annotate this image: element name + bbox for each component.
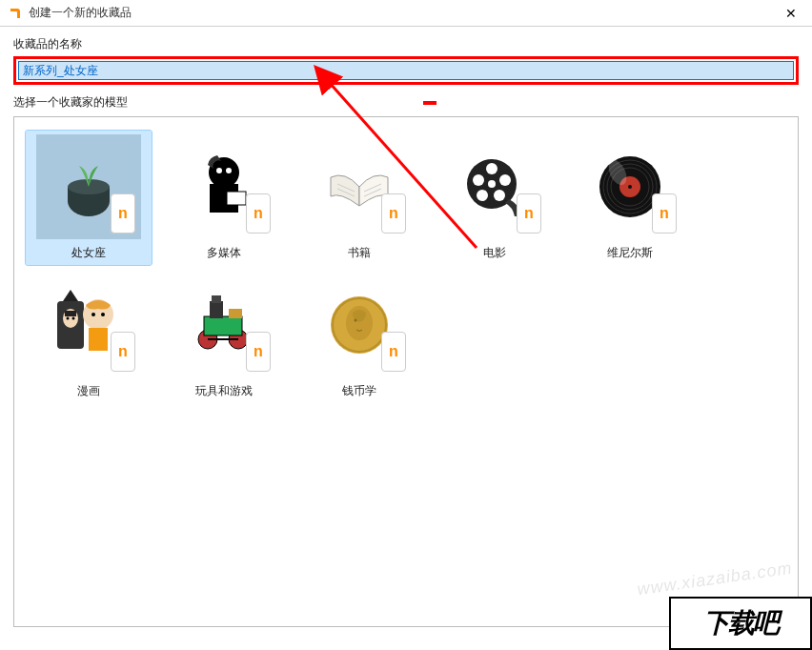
svg-point-6 <box>226 168 232 173</box>
phone-badge-icon: n <box>381 332 406 372</box>
name-input-highlight <box>13 56 799 85</box>
titlebar: 创建一个新的收藏品 ✕ <box>0 0 812 27</box>
model-grid-container: n 处女座 n 多媒体 <box>13 116 799 627</box>
model-item-plant[interactable]: n 处女座 <box>26 131 152 265</box>
svg-point-13 <box>486 163 497 174</box>
svg-rect-38 <box>210 301 223 318</box>
phone-badge-icon: n <box>111 332 135 372</box>
phone-badge-icon: n <box>652 193 677 234</box>
site-logo-text: 下载吧 <box>703 605 778 641</box>
model-thumb: n <box>172 134 276 239</box>
site-logo: 下载吧 <box>669 597 812 650</box>
model-item-book[interactable]: n 书籍 <box>296 131 422 265</box>
model-thumb: n <box>578 134 682 239</box>
model-thumb: n <box>36 134 141 239</box>
model-thumb: n <box>36 273 141 377</box>
svg-point-33 <box>101 313 105 316</box>
svg-point-29 <box>67 317 70 320</box>
phone-badge-icon: n <box>246 193 271 234</box>
svg-point-16 <box>477 190 488 201</box>
model-item-vinyl[interactable]: n 维尼尔斯 <box>567 131 693 265</box>
phone-badge-icon: n <box>246 332 271 372</box>
app-icon <box>8 6 23 21</box>
model-label-text: 书籍 <box>348 245 371 261</box>
svg-point-24 <box>628 185 632 189</box>
model-label-text: 漫画 <box>77 383 100 399</box>
model-label: 选择一个收藏家的模型 <box>13 94 128 111</box>
model-item-comic[interactable]: n 漫画 <box>26 269 152 403</box>
model-label-text: 电影 <box>483 245 506 261</box>
phone-badge-icon: n <box>517 193 541 234</box>
model-item-media[interactable]: n 多媒体 <box>161 131 287 265</box>
model-thumb: n <box>172 273 276 377</box>
model-label-text: 多媒体 <box>207 245 241 261</box>
close-button[interactable]: ✕ <box>769 0 812 27</box>
svg-rect-39 <box>212 295 221 303</box>
model-label-text: 处女座 <box>71 245 106 261</box>
model-item-film[interactable]: n 电影 <box>432 131 558 265</box>
svg-rect-7 <box>227 192 246 205</box>
svg-rect-37 <box>204 316 242 335</box>
model-label-text: 钱币学 <box>342 383 376 399</box>
model-thumb: n <box>442 134 547 239</box>
svg-point-15 <box>494 190 505 201</box>
phone-badge-icon: n <box>111 193 135 234</box>
svg-point-17 <box>473 174 484 186</box>
model-grid: n 处女座 n 多媒体 <box>26 131 786 403</box>
svg-rect-40 <box>229 309 242 318</box>
svg-point-14 <box>499 174 511 186</box>
name-label: 收藏品的名称 <box>13 36 799 52</box>
model-label-text: 维尼尔斯 <box>607 245 653 261</box>
svg-rect-28 <box>65 311 76 316</box>
collection-name-input[interactable] <box>18 61 794 80</box>
svg-rect-34 <box>89 328 108 351</box>
svg-point-45 <box>355 319 357 322</box>
svg-point-18 <box>488 180 496 188</box>
window-title: 创建一个新的收藏品 <box>29 5 132 21</box>
svg-point-30 <box>72 317 75 320</box>
annotation-mark <box>423 101 436 105</box>
svg-point-5 <box>216 168 222 173</box>
model-item-coin[interactable]: n 钱币学 <box>296 269 422 403</box>
phone-badge-icon: n <box>381 193 406 234</box>
model-label-text: 玩具和游戏 <box>195 383 253 399</box>
model-thumb: n <box>307 134 412 239</box>
svg-point-32 <box>91 313 95 316</box>
model-item-toy[interactable]: n 玩具和游戏 <box>161 269 287 403</box>
model-thumb: n <box>307 273 412 377</box>
dialog-content: 收藏品的名称 选择一个收藏家的模型 n 处女座 <box>0 27 812 637</box>
close-icon: ✕ <box>785 6 797 21</box>
